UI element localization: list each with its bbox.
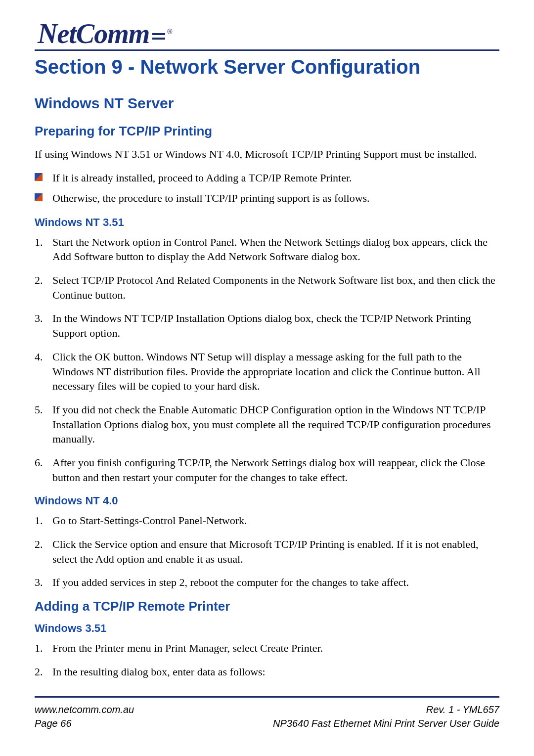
footer-doc-title: NP3640 Fast Ethernet Mini Print Server U… bbox=[273, 716, 499, 730]
list-item: After you finish configuring TCP/IP, the… bbox=[35, 455, 499, 485]
header-divider bbox=[35, 49, 499, 51]
heading-windows-nt-server: Windows NT Server bbox=[35, 95, 499, 112]
footer-right: Rev. 1 - YML657 NP3640 Fast Ethernet Min… bbox=[273, 703, 499, 730]
list-item: In the resulting dialog box, enter data … bbox=[35, 665, 499, 679]
heading-windows-351: Windows 3.51 bbox=[35, 622, 499, 635]
page-footer: www.netcomm.com.au Page 66 Rev. 1 - YML6… bbox=[35, 696, 499, 730]
logo-bars-icon bbox=[152, 33, 165, 40]
section-title: Section 9 - Network Server Configuration bbox=[35, 56, 499, 78]
footer-url: www.netcomm.com.au bbox=[35, 703, 134, 716]
intro-paragraph: If using Windows NT 3.51 or Windows NT 4… bbox=[35, 147, 499, 162]
heading-nt-40: Windows NT 4.0 bbox=[35, 494, 499, 507]
brand-logo: NetComm ® bbox=[35, 20, 499, 47]
heading-preparing-tcpip: Preparing for TCP/IP Printing bbox=[35, 124, 499, 139]
list-item: Select TCP/IP Protocol And Related Compo… bbox=[35, 273, 499, 302]
heading-nt-351: Windows NT 3.51 bbox=[35, 216, 499, 229]
list-item: Start the Network option in Control Pane… bbox=[35, 235, 499, 264]
intro-bullets: If it is already installed, proceed to A… bbox=[35, 170, 499, 206]
list-item: Click the Service option and ensure that… bbox=[35, 537, 499, 566]
list-item: Go to Start-Settings-Control Panel-Netwo… bbox=[35, 513, 499, 528]
footer-page-number: Page 66 bbox=[35, 716, 134, 730]
list-item: Click the OK button. Windows NT Setup wi… bbox=[35, 350, 499, 394]
nt40-steps: Go to Start-Settings-Control Panel-Netwo… bbox=[35, 513, 499, 590]
registered-mark-icon: ® bbox=[167, 28, 172, 36]
win351-steps: From the Printer menu in Print Manager, … bbox=[35, 641, 499, 679]
list-item: Otherwise, the procedure to install TCP/… bbox=[35, 190, 499, 206]
list-item: In the Windows NT TCP/IP Installation Op… bbox=[35, 311, 499, 340]
list-item: If it is already installed, proceed to A… bbox=[35, 170, 499, 186]
nt351-steps: Start the Network option in Control Pane… bbox=[35, 235, 499, 485]
heading-adding-remote-printer: Adding a TCP/IP Remote Printer bbox=[35, 599, 499, 614]
list-item: If you did not check the Enable Automati… bbox=[35, 402, 499, 446]
list-item: From the Printer menu in Print Manager, … bbox=[35, 641, 499, 656]
footer-left: www.netcomm.com.au Page 66 bbox=[35, 703, 134, 730]
brand-name: NetComm bbox=[35, 20, 149, 47]
footer-divider bbox=[35, 696, 499, 698]
list-item: If you added services in step 2, reboot … bbox=[35, 575, 499, 590]
document-page: NetComm ® Section 9 - Network Server Con… bbox=[0, 0, 534, 756]
footer-revision: Rev. 1 - YML657 bbox=[273, 703, 499, 716]
footer-row: www.netcomm.com.au Page 66 Rev. 1 - YML6… bbox=[35, 703, 499, 730]
